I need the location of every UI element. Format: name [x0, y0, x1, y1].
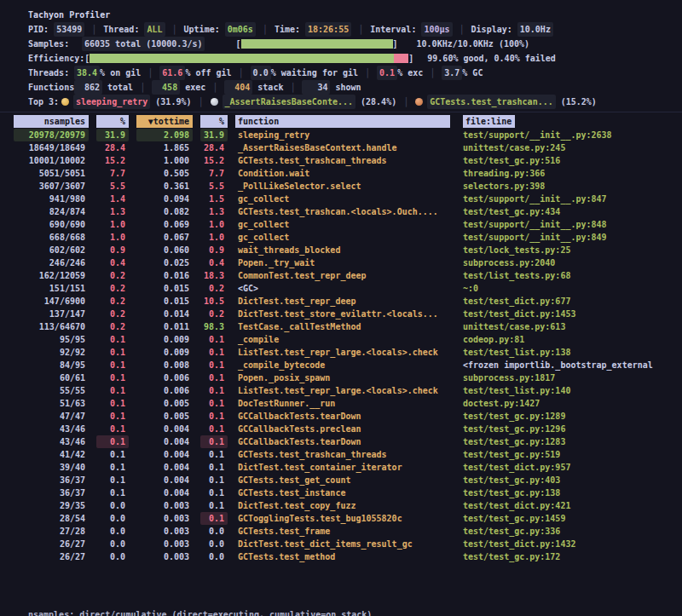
- column-header-pct2[interactable]: %: [200, 115, 228, 128]
- column-header-file-wrap: file:line: [458, 115, 682, 128]
- thread-stat-value: 61.6: [159, 66, 185, 80]
- pct-cumulative-cell: 0.1: [200, 423, 228, 435]
- nsamples-cell: 602/602: [14, 244, 89, 256]
- table-row[interactable]: 28/540.00.0030.1GCTogglingTests.test_bug…: [0, 512, 682, 525]
- table-row[interactable]: 668/6681.00.0671.0gc_collecttest/support…: [0, 231, 682, 244]
- tottime-cell: 0.094: [136, 193, 193, 205]
- table-row[interactable]: 43/460.10.0040.1GCCallbackTests.preclean…: [0, 423, 682, 435]
- function-cell: GCTests.test_frame: [235, 525, 450, 538]
- table-row[interactable]: 162/120590.20.01618.3CommonTest.test_rep…: [0, 269, 682, 282]
- tottime-cell: 0.016: [136, 269, 193, 282]
- table-row[interactable]: 47/470.10.0050.1GCCallbackTests.tearDown…: [0, 410, 682, 423]
- table-row[interactable]: 84/950.10.0080.1_compile_bytecode<frozen…: [0, 359, 682, 371]
- table-row[interactable]: 41/420.10.0040.1GCTests.test_trashcan_th…: [0, 448, 682, 461]
- file-line-cell: test/test_gc.py:1283: [458, 435, 682, 448]
- tottime-cell: 0.003: [136, 512, 193, 525]
- table-row[interactable]: 26/270.00.0030.0DictTest.test_dict_items…: [0, 538, 682, 550]
- function-cell: Popen._posix_spawn: [235, 371, 450, 384]
- table-row[interactable]: 690/6901.00.0691.0gc_collecttest/support…: [0, 218, 682, 231]
- table-row[interactable]: 147/69000.20.01510.5DictTest.test_repr_d…: [0, 295, 682, 308]
- column-header-file[interactable]: file:line: [463, 115, 515, 128]
- pct-direct-cell: 0.1: [96, 371, 129, 384]
- footer-legend: nsamples: direct/cumulative (direct=exec…: [28, 607, 682, 616]
- thread-stat-value: 38.4: [74, 66, 100, 80]
- table-row[interactable]: 20978/2097931.92.09831.9sleeping_retryte…: [0, 129, 682, 141]
- separator: │: [430, 66, 435, 80]
- table-row[interactable]: 26/270.00.0030.0GCTests.test_methodtest/…: [0, 550, 682, 563]
- column-header-tottime-sorted[interactable]: ▼tottime: [136, 115, 193, 128]
- table-row[interactable]: 941/9801.40.0941.5gc_collecttest/support…: [0, 193, 682, 205]
- function-cell: wait_threads_blocked: [235, 244, 450, 256]
- display-label: Display:: [471, 22, 512, 37]
- table-row[interactable]: 36/370.10.0040.1GCTests.test_instancetes…: [0, 486, 682, 499]
- pct-direct-cell: 0.1: [96, 359, 129, 371]
- tottime-cell: 0.004: [136, 486, 193, 499]
- tottime-cell: 0.082: [136, 205, 193, 218]
- file-line-cell: test/lock_tests.py:25: [458, 244, 682, 256]
- table-row[interactable]: 36/370.10.0040.1GCTests.test_get_countte…: [0, 474, 682, 486]
- table-row[interactable]: 39/400.10.0040.1DictTest.test_container_…: [0, 461, 682, 474]
- samples-line: Samples: 66035 total (10000.3/s) [ ] 10.…: [0, 37, 682, 51]
- pct-cumulative-cell: 0.9: [200, 244, 228, 256]
- table-row[interactable]: 43/460.10.0040.1GCCallbackTests.tearDown…: [0, 435, 682, 448]
- pct-cumulative-cell: 0.0: [200, 550, 228, 563]
- table-row[interactable]: 824/8741.30.0821.3GCTests.test_trashcan.…: [0, 205, 682, 218]
- tottime-cell: 0.003: [136, 538, 193, 550]
- nsamples-cell: 26/27: [14, 550, 89, 563]
- nsamples-cell: 246/246: [14, 256, 89, 269]
- pct-cumulative-cell: 10.5: [200, 295, 228, 308]
- pct-direct-cell: 0.1: [96, 384, 129, 397]
- file-line-cell: test/support/__init__.py:2638: [458, 129, 682, 141]
- table-row[interactable]: 3607/36075.50.3615.5_PollLikeSelector.se…: [0, 180, 682, 193]
- table-row[interactable]: 95/950.10.0090.1_compilecodeop.py:81: [0, 333, 682, 346]
- function-cell: Popen._try_wait: [235, 256, 450, 269]
- function-stat-label: exec: [180, 80, 205, 95]
- table-row[interactable]: 51/630.10.0050.1DocTestRunner.__rundocte…: [0, 397, 682, 410]
- thread-stat-label: % off gil: [185, 66, 231, 80]
- file-line-cell: unittest/case.py:613: [458, 320, 682, 333]
- table-row[interactable]: 246/2460.40.0250.4Popen._try_waitsubproc…: [0, 256, 682, 269]
- separator: │: [147, 66, 153, 80]
- table-row[interactable]: 602/6020.90.0600.9wait_threads_blockedte…: [0, 244, 682, 256]
- tottime-cell: 0.004: [136, 461, 193, 474]
- nsamples-cell: 41/42: [14, 448, 89, 461]
- pct-cumulative-cell: 0.1: [200, 486, 228, 499]
- tottime-cell: 0.004: [136, 474, 193, 486]
- column-header-function[interactable]: function: [235, 115, 450, 128]
- table-row[interactable]: 5051/50517.70.5057.7Condition.waitthread…: [0, 167, 682, 180]
- table-row[interactable]: 29/350.00.0030.1DictTest.test_copy_fuzzt…: [0, 499, 682, 512]
- function-cell: DictTest.test_dict_items_result_gc: [235, 538, 450, 550]
- column-header-nsamples[interactable]: nsamples: [14, 115, 89, 128]
- table-row[interactable]: 55/550.10.0060.1ListTest.test_repr_large…: [0, 384, 682, 397]
- table-row[interactable]: 92/920.10.0090.1ListTest.test_repr_large…: [0, 346, 682, 359]
- pct-direct-cell: 5.5: [96, 180, 129, 193]
- pct-direct-cell: 1.3: [96, 205, 129, 218]
- tottime-cell: 2.098: [136, 129, 193, 141]
- column-header-pct1[interactable]: %: [96, 115, 129, 128]
- table-body: 20978/2097931.92.09831.9sleeping_retryte…: [0, 129, 682, 563]
- table-row[interactable]: 151/1510.20.0150.2<GC>~:0: [0, 282, 682, 295]
- pct-direct-cell: 0.1: [96, 346, 129, 359]
- pct-cumulative-cell: 0.0: [200, 538, 228, 550]
- table-row[interactable]: 60/610.10.0060.1Popen._posix_spawnsubpro…: [0, 371, 682, 384]
- table-row[interactable]: 18649/1864928.41.86528.4_AssertRaisesBas…: [0, 141, 682, 154]
- table-row[interactable]: 137/1470.20.0140.2DictTest.test_store_ev…: [0, 308, 682, 320]
- pct-cumulative-cell: 0.0: [200, 525, 228, 538]
- tottime-cell: 0.011: [136, 320, 193, 333]
- pct-cumulative-cell: 0.2: [200, 282, 228, 295]
- top3-percentage: (31.9%): [150, 95, 191, 109]
- thread-stat-label: % exc: [397, 66, 423, 80]
- pct-direct-cell: 0.1: [96, 397, 129, 410]
- pct-cumulative-cell: 1.3: [200, 205, 228, 218]
- table-row[interactable]: 27/280.00.0030.0GCTests.test_frametest/t…: [0, 525, 682, 538]
- function-stat-label: stack: [252, 80, 283, 95]
- file-line-cell: test/support/__init__.py:849: [458, 231, 682, 244]
- tottime-cell: 0.014: [136, 308, 193, 320]
- tottime-cell: 0.003: [136, 550, 193, 563]
- bronze-medal-icon: [415, 98, 423, 106]
- table-row[interactable]: 113/646700.20.01198.3TestCase._callTestM…: [0, 320, 682, 333]
- function-cell: GCCallbackTests.tearDown: [235, 435, 450, 448]
- file-line-cell: unittest/case.py:245: [458, 141, 682, 154]
- top3-function-name: sleeping_retry: [73, 95, 150, 109]
- table-row[interactable]: 10001/1000215.21.00015.2GCTests.test_tra…: [0, 154, 682, 167]
